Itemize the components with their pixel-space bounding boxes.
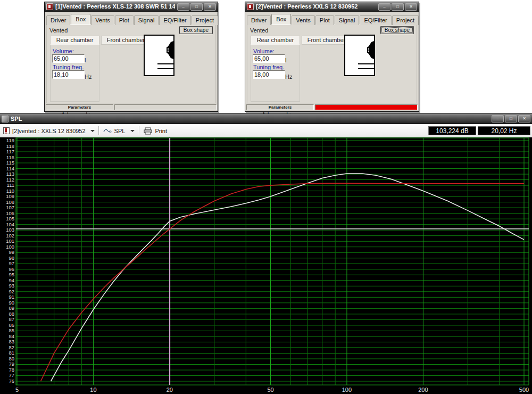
box-tab-page: Vented Box shape Rear chamber Front cham… (247, 25, 417, 103)
status-parameters: Parameters (246, 104, 314, 110)
y-axis-tick-label: 83 (9, 339, 14, 344)
status-parameters: Parameters (46, 104, 113, 110)
box-shape-diagram (344, 35, 375, 76)
tab-box[interactable]: Box (71, 14, 90, 24)
titlebar[interactable]: [2]Vented : Peerless XXLS 12 830952 – □ … (245, 2, 419, 12)
tab-rear-chamber[interactable]: Rear chamber (50, 36, 99, 45)
y-axis-tick-label: 102 (6, 233, 14, 239)
print-button[interactable]: Print (144, 127, 167, 135)
minimize-button[interactable]: – (378, 3, 390, 11)
tuning-freq-label: Tuning freq. (53, 64, 84, 70)
rear-chamber-panel: Volume: l Tuning freq. Hz Advanced-> (50, 45, 99, 102)
titlebar[interactable]: SPL – □ ✕ (0, 114, 532, 124)
y-axis-tick-label: 90 (9, 300, 14, 306)
spl-window-icon (2, 116, 9, 122)
tab-project[interactable]: Project (392, 15, 419, 25)
y-axis-tick-label: 86 (9, 322, 14, 328)
minimize-button[interactable]: – (177, 3, 189, 11)
tab-vents[interactable]: Vents (91, 15, 114, 25)
tab-eq-filter[interactable]: EQ/Filter (360, 15, 391, 25)
window-title: [2]Vented : Peerless XXLS 12 830952 (256, 2, 376, 11)
project-selector-label: [2]vented : XXLS 12 830952 (12, 128, 86, 134)
y-axis-tick-label: 95 (9, 272, 14, 277)
plot-type-dropdown[interactable] (128, 126, 135, 135)
y-axis-tick-label: 78 (9, 367, 14, 373)
spl-readout: 103,224 dB (428, 126, 476, 135)
freq-readout: 20,02 Hz (478, 126, 530, 135)
tab-driver[interactable]: Driver (46, 15, 70, 25)
tuning-freq-input[interactable] (253, 70, 285, 79)
chevron-down-icon (130, 130, 135, 132)
box-tab-page: Vented Box shape Rear chamber Front cham… (46, 25, 216, 103)
tuning-freq-label: Tuning freq. (253, 64, 284, 70)
maximize-button[interactable]: □ (190, 3, 203, 11)
y-axis-tick-label: 88 (9, 311, 14, 317)
y-axis-tick-label: 100 (6, 244, 14, 250)
tab-vents[interactable]: Vents (292, 15, 315, 25)
box-shape-button[interactable]: Box shape (380, 26, 414, 34)
y-axis-tick-label: 80 (9, 356, 14, 362)
titlebar[interactable]: [1]Vented : Peerless XLS-12 308 SWR 51 1… (45, 2, 218, 12)
tab-eq-filter[interactable]: EQ/Filter (159, 15, 190, 25)
tab-rear-chamber[interactable]: Rear chamber (251, 36, 300, 45)
y-axis-tick-label: 107 (6, 204, 14, 210)
tab-driver[interactable]: Driver (247, 15, 271, 25)
y-axis-tick-label: 87 (9, 316, 14, 322)
tabstrip: Driver Box Vents Plot Signal EQ/Filter P… (46, 14, 216, 25)
y-axis-tick-label: 97 (9, 260, 14, 266)
close-button[interactable]: ✕ (518, 115, 530, 122)
window-title: SPL (11, 114, 489, 124)
tab-signal[interactable]: Signal (335, 15, 360, 25)
tuning-freq-unit: Hz (285, 73, 292, 80)
tab-box[interactable]: Box (271, 14, 291, 24)
volume-label: Volume: (53, 48, 74, 54)
y-axis-tick-label: 85 (9, 327, 14, 333)
y-axis-tick-label: 91 (9, 294, 14, 300)
print-label: Print (155, 128, 167, 134)
y-axis-tick-label: 106 (6, 210, 14, 216)
y-axis-tick-label: 114 (6, 166, 14, 171)
y-axis-tick-label: 118 (6, 143, 14, 149)
volume-input[interactable] (253, 54, 285, 63)
tab-plot[interactable]: Plot (315, 15, 334, 25)
project-selector[interactable]: [2]vented : XXLS 12 830952 (3, 127, 95, 134)
y-axis-tick-label: 117 (6, 149, 14, 154)
close-button[interactable]: ✕ (204, 3, 216, 11)
y-axis-tick-label: 113 (6, 171, 14, 177)
rear-chamber-panel: Volume: l Tuning freq. Hz Advanced-> (251, 45, 300, 102)
tab-project[interactable]: Project (192, 15, 218, 25)
maximize-button[interactable]: □ (505, 115, 517, 122)
minimize-button[interactable]: – (492, 115, 504, 122)
y-axis-tick-label: 93 (9, 283, 14, 289)
desktop: { "icons": {"minimize": "–", "maximize":… (0, 0, 532, 394)
y-axis-tick-label: 77 (9, 372, 14, 378)
y-axis-tick-label: 76 (9, 378, 14, 384)
plot-type-selector[interactable]: SPL (103, 126, 136, 135)
y-axis-tick-label: 104 (6, 221, 14, 227)
window-vented-1: [1]Vented : Peerless XLS-12 308 SWR 51 1… (44, 2, 218, 112)
y-axis-tick-label: 82 (9, 344, 14, 350)
volume-input[interactable] (52, 54, 85, 63)
spl-plot[interactable]: 7677787980818283848586878889909192939495… (0, 137, 532, 394)
spl-toolbar: [2]vented : XXLS 12 830952 SPL Print 103… (0, 124, 532, 138)
box-shape-button[interactable]: Box shape (179, 26, 213, 34)
maximize-button[interactable]: □ (392, 3, 404, 11)
y-axis-tick-label: 92 (9, 289, 14, 294)
y-axis-tick-label: 84 (9, 333, 14, 339)
sine-wave-icon (103, 128, 112, 134)
statusbar: Parameters (246, 104, 418, 111)
x-axis-tick-label: 200 (418, 387, 428, 393)
status-progress (114, 104, 217, 110)
box-shape-diagram (144, 35, 174, 76)
y-axis-tick-label: 112 (6, 177, 14, 183)
statusbar: Parameters (45, 104, 217, 111)
box-type-label: Vented (250, 27, 268, 34)
close-button[interactable]: ✕ (405, 3, 417, 11)
y-axis-tick-label: 103 (6, 227, 14, 233)
volume-label: Volume: (253, 48, 275, 54)
tab-plot[interactable]: Plot (115, 15, 134, 25)
y-axis-tick-label: 101 (6, 238, 14, 244)
tab-signal[interactable]: Signal (134, 15, 159, 25)
tuning-freq-input[interactable] (52, 70, 85, 79)
chevron-down-icon[interactable] (90, 130, 95, 132)
